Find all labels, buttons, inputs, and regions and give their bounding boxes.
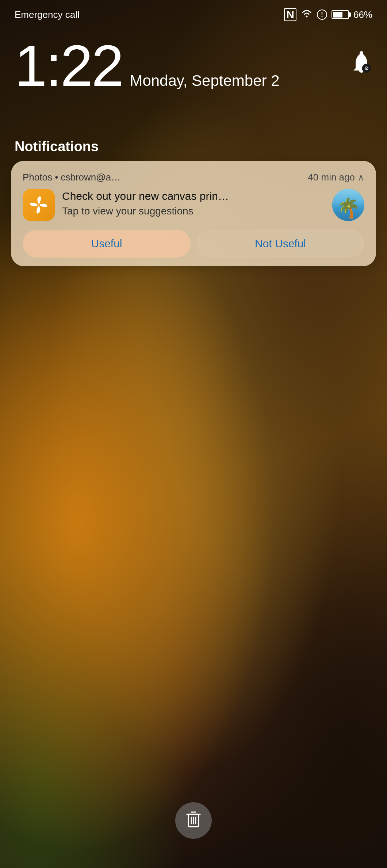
palm-tree-image [332,189,364,221]
notification-title: Check out your new canvas prin… [62,189,325,203]
clear-all-button[interactable] [175,802,212,839]
wifi-icon [301,8,313,21]
trash-icon [185,809,202,832]
wallpaper-background [0,0,387,868]
battery-icon [332,10,349,19]
notifications-heading: Notifications [15,139,99,155]
useful-button[interactable]: Useful [23,230,191,258]
clock-area: 1:22 Monday, September 2 ⚙ [15,37,372,95]
clock-date-text: Monday, September 2 [130,72,279,90]
clock-time: 1:22 [15,37,122,95]
not-useful-button[interactable]: Not Useful [196,230,364,258]
svg-point-0 [306,15,307,17]
svg-point-4 [37,203,40,206]
notification-actions: Useful Not Useful [23,230,364,258]
svg-text:⚙: ⚙ [364,65,369,71]
battery-percent: 66% [353,9,372,20]
notification-source: Photos • csbrown@a… [23,172,120,183]
clock-date-row: 1:22 Monday, September 2 [15,37,280,95]
pinwheel-svg [28,195,49,215]
chevron-up-icon[interactable]: ∧ [358,172,364,183]
emergency-call-label: Emergency call [15,9,80,20]
notification-card[interactable]: Photos • csbrown@a… 40 min ago ∧ Check o… [11,161,376,266]
notification-header: Photos • csbrown@a… 40 min ago ∧ [23,172,364,183]
notification-body: Check out your new canvas prin… Tap to v… [23,189,364,221]
notification-time: 40 min ago [308,172,355,183]
photos-app-icon [23,189,55,221]
notification-text-block: Check out your new canvas prin… Tap to v… [62,189,325,217]
notification-bell[interactable]: ⚙ [350,51,372,81]
alert-icon: ! [317,9,327,20]
bell-icon: ⚙ [350,51,372,81]
status-bar: Emergency call N ! 66% [0,0,387,29]
nfc-icon: N [284,8,296,21]
notification-subtitle: Tap to view your suggestions [62,205,325,217]
notification-time-row: 40 min ago ∧ [308,172,364,183]
svg-point-1 [360,51,363,55]
status-icons: N ! 66% [284,8,372,21]
notification-thumbnail [332,189,364,221]
